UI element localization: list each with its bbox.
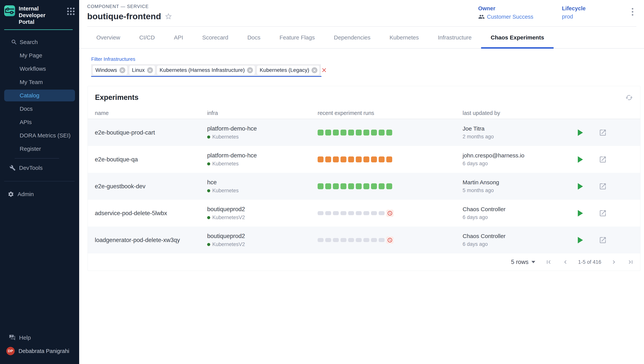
harness-idp-logo[interactable] bbox=[4, 5, 15, 16]
sidebar-item-dora-metrics-sei[interactable]: DORA Metrics (SEI) bbox=[0, 129, 79, 142]
run-status-square[interactable] bbox=[386, 183, 392, 189]
chip-remove-icon[interactable]: × bbox=[147, 67, 153, 73]
run-status-square[interactable] bbox=[341, 211, 347, 215]
sidebar-item-register[interactable]: Register bbox=[0, 142, 79, 156]
run-experiment-button[interactable] bbox=[578, 237, 583, 243]
run-status-square[interactable] bbox=[325, 156, 331, 162]
open-experiment-button[interactable] bbox=[599, 156, 607, 164]
refresh-button[interactable] bbox=[625, 94, 633, 102]
run-status-square[interactable] bbox=[356, 211, 362, 215]
app-switcher-icon[interactable] bbox=[67, 8, 75, 15]
run-status-square[interactable] bbox=[356, 130, 362, 136]
run-status-square[interactable] bbox=[363, 156, 369, 162]
run-experiment-button[interactable] bbox=[578, 183, 583, 190]
run-status-square[interactable] bbox=[371, 238, 377, 242]
run-status-square[interactable] bbox=[333, 156, 339, 162]
rows-per-page-select[interactable]: 5 rows bbox=[511, 258, 535, 266]
run-status-square[interactable] bbox=[363, 183, 369, 189]
run-experiment-button[interactable] bbox=[578, 130, 583, 136]
run-status-square[interactable] bbox=[379, 156, 385, 162]
tab-docs[interactable]: Docs bbox=[238, 27, 270, 48]
sidebar-item-workflows[interactable]: Workflows bbox=[0, 62, 79, 76]
chip-remove-icon[interactable]: × bbox=[247, 67, 253, 73]
run-status-square[interactable] bbox=[317, 238, 324, 242]
sidebar-item-admin[interactable]: Admin bbox=[0, 188, 79, 201]
run-status-square[interactable] bbox=[325, 238, 331, 242]
run-experiment-button[interactable] bbox=[578, 210, 583, 216]
run-status-square[interactable] bbox=[348, 156, 354, 162]
run-status-square[interactable] bbox=[341, 183, 347, 189]
run-status-square[interactable] bbox=[348, 238, 354, 242]
sidebar-item-apis[interactable]: APIs bbox=[0, 116, 79, 129]
run-status-square[interactable] bbox=[348, 130, 354, 136]
open-experiment-button[interactable] bbox=[599, 182, 607, 190]
run-status-square[interactable] bbox=[371, 211, 377, 215]
tab-scorecard[interactable]: Scorecard bbox=[193, 27, 238, 48]
sidebar-item-search[interactable]: Search bbox=[0, 36, 79, 49]
sidebar-item-catalog[interactable]: Catalog bbox=[4, 90, 75, 102]
run-status-square[interactable] bbox=[356, 183, 362, 189]
run-status-square[interactable] bbox=[317, 156, 324, 162]
open-experiment-button[interactable] bbox=[599, 209, 607, 217]
clear-filters-button[interactable] bbox=[321, 64, 327, 76]
run-status-square[interactable] bbox=[371, 183, 377, 189]
sidebar-item-my-page[interactable]: My Page bbox=[0, 49, 79, 62]
run-status-square[interactable] bbox=[356, 156, 362, 162]
first-page-button[interactable] bbox=[545, 258, 552, 266]
run-status-square[interactable] bbox=[379, 238, 385, 242]
last-page-button[interactable] bbox=[627, 258, 634, 266]
run-status-square[interactable] bbox=[348, 211, 354, 215]
run-status-square[interactable] bbox=[348, 183, 354, 189]
run-status-square[interactable] bbox=[379, 211, 385, 215]
run-status-square[interactable] bbox=[341, 238, 347, 242]
run-status-square[interactable] bbox=[325, 183, 331, 189]
run-status-square[interactable] bbox=[333, 130, 339, 136]
run-status-square[interactable] bbox=[333, 238, 339, 242]
tab-overview[interactable]: Overview bbox=[87, 27, 130, 48]
run-status-square[interactable] bbox=[371, 130, 377, 136]
column-header-updated[interactable]: last updated by bbox=[463, 110, 578, 116]
run-status-square[interactable] bbox=[333, 211, 339, 215]
run-status-square[interactable] bbox=[333, 183, 339, 189]
sidebar-item-help[interactable]: ? Help bbox=[0, 331, 79, 344]
tab-dependencies[interactable]: Dependencies bbox=[324, 27, 380, 48]
more-actions-icon[interactable] bbox=[632, 8, 633, 16]
chip-remove-icon[interactable]: × bbox=[119, 67, 125, 73]
run-status-square[interactable] bbox=[341, 156, 347, 162]
run-status-square[interactable] bbox=[379, 130, 385, 136]
chip-remove-icon[interactable]: × bbox=[311, 67, 317, 73]
column-header-runs[interactable]: recent experiment runs bbox=[317, 110, 463, 116]
run-status-square[interactable] bbox=[363, 211, 369, 215]
run-status-square[interactable] bbox=[363, 238, 369, 242]
open-experiment-button[interactable] bbox=[599, 129, 607, 137]
run-status-square[interactable] bbox=[386, 130, 392, 136]
tab-ci-cd[interactable]: CI/CD bbox=[130, 27, 164, 48]
next-page-button[interactable] bbox=[610, 258, 617, 266]
filter-chips-box[interactable]: Windows×Linux×Kubernetes (Harness Infras… bbox=[91, 64, 321, 76]
column-header-name[interactable]: name bbox=[95, 110, 207, 116]
run-status-square[interactable] bbox=[341, 130, 347, 136]
sidebar-item-docs[interactable]: Docs bbox=[0, 102, 79, 116]
sidebar-item-devtools[interactable]: DevTools bbox=[0, 161, 79, 174]
run-status-square[interactable] bbox=[363, 130, 369, 136]
run-status-square[interactable] bbox=[325, 211, 331, 215]
tab-api[interactable]: API bbox=[164, 27, 193, 48]
tab-kubernetes[interactable]: Kubernetes bbox=[380, 27, 428, 48]
infrastructure-filter-input[interactable]: Windows×Linux×Kubernetes (Harness Infras… bbox=[91, 64, 321, 77]
user-menu[interactable]: DP Debabrata Panigrahi bbox=[0, 344, 79, 358]
run-status-square[interactable] bbox=[325, 130, 331, 136]
run-status-square[interactable] bbox=[317, 211, 324, 215]
run-status-square[interactable] bbox=[379, 183, 385, 189]
run-status-square[interactable] bbox=[317, 130, 324, 136]
tab-feature-flags[interactable]: Feature Flags bbox=[270, 27, 324, 48]
prev-page-button[interactable] bbox=[562, 258, 569, 266]
run-status-square[interactable] bbox=[317, 183, 324, 189]
run-status-square[interactable] bbox=[356, 238, 362, 242]
sidebar-item-my-team[interactable]: My Team bbox=[0, 76, 79, 89]
run-experiment-button[interactable] bbox=[578, 156, 583, 163]
favorite-star-icon[interactable] bbox=[164, 12, 172, 20]
owner-link[interactable]: Customer Success bbox=[487, 14, 533, 20]
column-header-infra[interactable]: infra bbox=[207, 110, 317, 116]
run-status-square[interactable] bbox=[371, 156, 377, 162]
run-status-square[interactable] bbox=[386, 156, 392, 162]
